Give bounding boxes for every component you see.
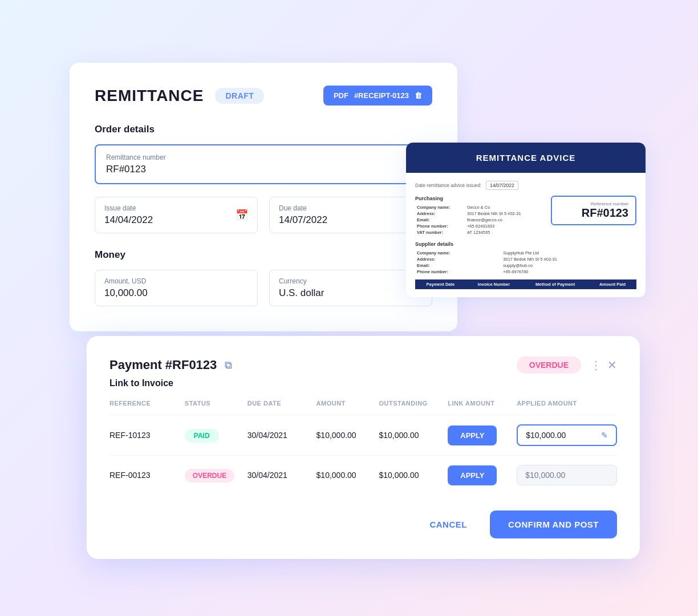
row1-apply-button[interactable]: APPLY	[448, 425, 497, 445]
col-due-date: DUE DATE	[247, 400, 316, 415]
row2-amount: $10,000.00	[316, 456, 379, 495]
table-row: REF-00123 OVERDUE 30/04/2021 $10,000.00 …	[109, 456, 617, 495]
table-row: REF-10123 PAID 30/04/2021 $10,000.00 $10…	[109, 415, 617, 456]
s-company-label: Company name:	[417, 250, 450, 256]
draft-badge: DRAFT	[215, 88, 264, 104]
supplier-section: Supplier details Company name:SupplyHub …	[415, 241, 636, 275]
payment-table: Payment Date Invoice Number Method of Pa…	[415, 279, 636, 289]
s-company-value: SupplyHub Pte Ltd	[501, 250, 636, 256]
row2-status: OVERDUE	[185, 469, 234, 483]
close-icon[interactable]: ✕	[607, 358, 617, 372]
due-date-value: 14/07/2022	[279, 214, 327, 226]
phone-value: +65 62431833	[465, 223, 544, 229]
money-label: Money	[95, 249, 432, 261]
modal-title: Payment #RF0123	[109, 358, 217, 372]
edit-icon[interactable]: ✎	[601, 431, 608, 440]
remittance-number-label: Remittance number	[106, 153, 421, 161]
order-details-label: Order details	[95, 124, 432, 135]
vat-label: VAT number:	[417, 230, 443, 235]
email-label: Email:	[417, 217, 430, 222]
invoice-table: REFERENCE STATUS DUE DATE AMOUNT OUTSTAN…	[109, 400, 617, 495]
col-outstanding: OUTSTANDING	[379, 400, 448, 415]
col-amount: AMOUNT	[316, 400, 379, 415]
more-menu-icon[interactable]: ⋮	[590, 358, 602, 372]
table-col1: Payment Date	[415, 279, 466, 289]
s-phone-label: Phone number:	[417, 269, 448, 274]
row1-amount: $10,000.00	[316, 415, 379, 456]
company-name-label: Company name:	[417, 205, 450, 210]
row1-status: PAID	[185, 429, 219, 443]
remittance-number-field[interactable]: Remittance number RF#0123	[95, 144, 432, 184]
trash-icon: 🗑	[415, 91, 422, 100]
address-label: Address:	[417, 211, 436, 216]
email-value: finance@gecco.co	[465, 217, 544, 223]
vat-value: AT 1234535	[465, 229, 544, 236]
advice-card: REMITTANCE ADVICE Date remittance advice…	[406, 143, 646, 297]
row2-outstanding: $10,000.00	[379, 456, 448, 495]
col-applied-amount: APPLIED AMOUNT	[517, 400, 617, 415]
purchasing-label: Purchasing	[415, 196, 544, 201]
payment-modal: Payment #RF0123 ⧉ OVERDUE ⋮ ✕ Link to In…	[87, 336, 640, 559]
currency-value: U.S. dollar	[279, 287, 324, 299]
table-col3: Method of Payment	[522, 279, 589, 289]
amount-value: 10,000.00	[104, 287, 248, 299]
supplier-label: Supplier details	[415, 241, 636, 247]
pdf-button[interactable]: PDF #RECEIPT-0123 🗑	[323, 86, 432, 106]
advice-date-value: 14/07/2022	[486, 181, 518, 190]
col-link-amount: LINK AMOUNT	[448, 400, 517, 415]
s-phone-value: +65 8976780	[501, 269, 636, 275]
confirm-and-post-button[interactable]: CONFIRM AND POST	[490, 510, 617, 538]
reference-box: Reference number RF#0123	[551, 196, 636, 225]
row2-applied-amount: $10,000.00	[517, 465, 617, 485]
issue-date-label: Issue date	[104, 204, 153, 212]
link-invoice-title: Link to Invoice	[109, 378, 617, 388]
advice-date-label: Date remittance advice issued:	[415, 183, 481, 188]
advice-header: REMITTANCE ADVICE	[406, 143, 646, 173]
row1-applied-amount[interactable]: $10,000.00 ✎	[517, 424, 617, 446]
col-status: STATUS	[185, 400, 247, 415]
s-address-value: 3017 Bedok Nth St 5 #02-31	[501, 256, 636, 262]
row2-applied-value: $10,000.00	[525, 471, 565, 480]
cancel-button[interactable]: CANCEL	[416, 510, 481, 538]
supplier-table: Company name:SupplyHub Pte Ltd Address:3…	[415, 250, 636, 275]
row1-outstanding: $10,000.00	[379, 415, 448, 456]
ref-number-label: Reference number	[559, 201, 628, 206]
remittance-number-value: RF#0123	[106, 164, 421, 175]
pdf-receipt: #RECEIPT-0123	[354, 91, 409, 100]
overdue-badge: OVERDUE	[517, 356, 581, 374]
issue-date-value: 14/04/2022	[104, 214, 153, 226]
advice-title: REMITTANCE ADVICE	[476, 153, 576, 163]
due-date-label: Due date	[279, 204, 327, 212]
row2-apply-button[interactable]: APPLY	[448, 465, 497, 485]
s-email-value: supply@hub.co	[501, 262, 636, 269]
phone-label: Phone number:	[417, 224, 448, 229]
remittance-title: REMITTANCE	[95, 87, 204, 105]
currency-label: Currency	[279, 277, 324, 285]
row2-due-date: 30/04/2021	[247, 456, 316, 495]
row1-applied-value: $10,000.00	[526, 431, 566, 440]
s-email-label: Email:	[417, 263, 430, 268]
issue-date-field[interactable]: Issue date 14/04/2022 📅	[95, 197, 258, 233]
s-address-label: Address:	[417, 257, 436, 262]
address-value: 3017 Bedok Nth St 5 #02-31	[465, 210, 544, 217]
row1-due-date: 30/04/2021	[247, 415, 316, 456]
amount-field[interactable]: Amount, USD 10,000.00	[95, 270, 258, 306]
amount-label: Amount, USD	[104, 277, 248, 285]
company-name-value: Gecco & Co	[465, 204, 544, 210]
copy-icon[interactable]: ⧉	[225, 359, 232, 371]
row2-reference: REF-00123	[109, 456, 185, 495]
purchasing-table: Company name:Gecco & Co Address:3017 Bed…	[415, 204, 544, 236]
col-reference: REFERENCE	[109, 400, 185, 415]
ref-number-value: RF#0123	[559, 206, 628, 220]
table-col2: Invoice Number	[466, 279, 522, 289]
table-col4: Amount Paid	[589, 279, 636, 289]
pdf-label: PDF	[334, 91, 348, 100]
issue-date-calendar-icon: 📅	[236, 209, 248, 221]
remittance-card: REMITTANCE DRAFT PDF #RECEIPT-0123 🗑 Ord…	[70, 63, 457, 331]
row1-reference: REF-10123	[109, 415, 185, 456]
